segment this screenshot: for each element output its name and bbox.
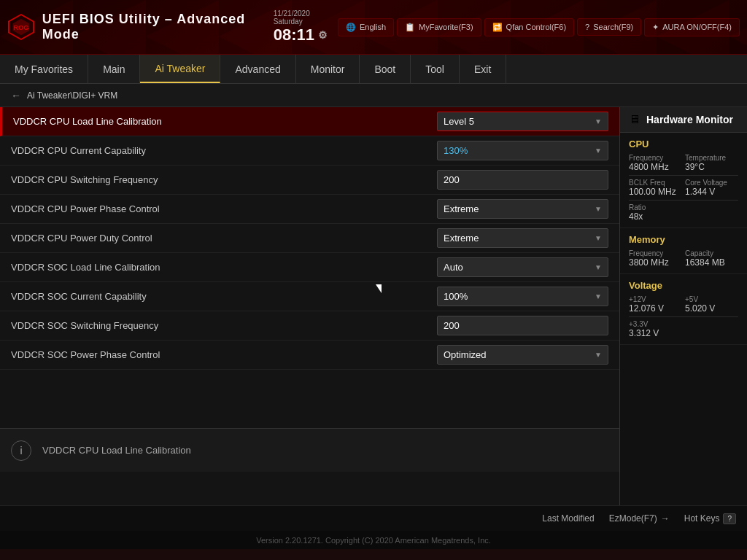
setting-control-vddcr-cpu-cc: 130% ▼ — [437, 141, 608, 160]
footer: Last Modified EzMode(F7) → Hot Keys ? — [0, 505, 747, 531]
memory-capacity-group: Capacity 16384 MB — [685, 249, 738, 268]
rog-logo-icon: ROG — [7, 12, 35, 42]
setting-name-vddcr-cpu-pdc: VDDCR CPU Power Duty Control — [11, 233, 437, 244]
app-title: UEFI BIOS Utility – Advanced Mode — [42, 12, 274, 42]
cpu-bclk-group: BCLK Freq 100.00 MHz — [629, 179, 682, 197]
header-tools: 11/21/2020 Saturday 08:11 ⚙ 🌐 English 📋 … — [274, 9, 740, 44]
v12-value: 12.076 V — [629, 303, 682, 314]
setting-control-vddcr-cpu-pdc: Extreme ▼ — [437, 228, 608, 248]
vddcr-soc-cc-dropdown[interactable]: 100% ▼ — [437, 287, 608, 306]
memory-capacity-label: Capacity — [685, 249, 738, 257]
last-modified-button[interactable]: Last Modified — [542, 513, 594, 524]
setting-control-vddcr-cpu-sf: 200 — [437, 170, 608, 190]
divider — [629, 200, 738, 201]
search-button[interactable]: ? Search(F9) — [577, 18, 641, 36]
info-text: VDDCR CPU Load Line Calibration — [42, 445, 191, 456]
cpu-section: CPU Frequency 4800 MHz Temperature 39°C … — [620, 133, 747, 228]
setting-row-vddcr-soc-sf: VDDCR SOC Switching Frequency 200 — [0, 311, 619, 341]
vddcr-soc-ppc-dropdown[interactable]: Optimized ▼ — [437, 345, 608, 365]
version-text: Version 2.20.1271. Copyright (C) 2020 Am… — [256, 536, 491, 545]
settings-gear-icon[interactable]: ⚙ — [318, 29, 328, 41]
cpu-section-title: CPU — [629, 139, 738, 149]
nav-advanced[interactable]: Advanced — [220, 55, 295, 83]
setting-row-vddcr-cpu-llc: VDDCR CPU Load Line Calibration Level 5 … — [0, 107, 619, 136]
monitor-icon: 🖥 — [629, 113, 640, 126]
cpu-frequency-value: 4800 MHz — [629, 162, 682, 172]
vddcr-cpu-pdc-dropdown[interactable]: Extreme ▼ — [437, 228, 608, 248]
v5-group: +5V 5.020 V — [685, 295, 738, 314]
nav-ai-tweaker[interactable]: Ai Tweaker — [140, 55, 220, 83]
main-layout: VDDCR CPU Load Line Calibration Level 5 … — [0, 107, 747, 505]
voltage-monitor-grid: +12V 12.076 V +5V 5.020 V — [629, 295, 738, 314]
cpu-monitor-grid: Frequency 4800 MHz Temperature 39°C — [629, 154, 738, 172]
memory-section-title: Memory — [629, 234, 738, 245]
cpu-temperature-label: Temperature — [685, 154, 738, 162]
setting-name-vddcr-cpu-sf: VDDCR CPU Switching Frequency — [11, 174, 437, 185]
vddcr-cpu-cc-dropdown[interactable]: 130% ▼ — [437, 141, 608, 160]
globe-icon: 🌐 — [346, 23, 356, 32]
setting-row-vddcr-cpu-pdc: VDDCR CPU Power Duty Control Extreme ▼ — [0, 224, 619, 253]
setting-control-vddcr-cpu-llc: Level 5 ▼ — [437, 112, 608, 131]
ez-mode-button[interactable]: EzMode(F7) → — [609, 513, 670, 524]
vddcr-soc-sf-input[interactable]: 200 — [437, 316, 608, 335]
cpu-bclk-grid: BCLK Freq 100.00 MHz Core Voltage 1.344 … — [629, 179, 738, 197]
nav-tool[interactable]: Tool — [411, 55, 460, 83]
nav-monitor[interactable]: Monitor — [296, 55, 360, 83]
setting-control-vddcr-soc-cc: 100% ▼ — [437, 287, 608, 306]
breadcrumb-path: Ai Tweaker\DIGI+ VRM — [27, 90, 117, 101]
voltage-section-title: Voltage — [629, 280, 738, 291]
dropdown-arrow-icon: ▼ — [595, 351, 602, 359]
memory-capacity-value: 16384 MB — [685, 257, 738, 268]
setting-name-vddcr-cpu-llc: VDDCR CPU Load Line Calibration — [13, 116, 437, 127]
hardware-monitor-title: Hardware Monitor — [646, 114, 733, 125]
ez-mode-arrow-icon: → — [661, 513, 670, 524]
nav-my-favorites[interactable]: My Favorites — [0, 55, 88, 83]
time-display: 08:11 ⚙ — [274, 26, 328, 44]
divider — [629, 316, 738, 317]
content-area: VDDCR CPU Load Line Calibration Level 5 … — [0, 107, 619, 505]
date-display: 11/21/2020 Saturday — [274, 9, 328, 26]
memory-section: Memory Frequency 3800 MHz Capacity 16384… — [620, 228, 747, 274]
search-icon: ? — [585, 23, 589, 31]
cpu-ratio-group: Ratio 48x — [629, 203, 738, 222]
vddcr-cpu-llc-dropdown[interactable]: Level 5 ▼ — [437, 112, 608, 131]
cpu-ratio-value: 48x — [629, 211, 738, 222]
setting-row-vddcr-soc-cc: VDDCR SOC Current Capability 100% ▼ — [0, 282, 619, 311]
vddcr-cpu-ppc-dropdown[interactable]: Extreme ▼ — [437, 199, 608, 219]
divider — [629, 175, 738, 176]
logo-area: ROG UEFI BIOS Utility – Advanced Mode — [7, 12, 274, 42]
header-datetime: 11/21/2020 Saturday 08:11 ⚙ — [274, 9, 328, 44]
english-button[interactable]: 🌐 English — [338, 18, 394, 36]
setting-row-vddcr-soc-llc: VDDCR SOC Load Line Calibration Auto ▼ — [0, 253, 619, 282]
hot-keys-button[interactable]: Hot Keys ? — [684, 513, 736, 524]
setting-row-vddcr-cpu-sf: VDDCR CPU Switching Frequency 200 — [0, 166, 619, 195]
setting-name-vddcr-soc-ppc: VDDCR SOC Power Phase Control — [11, 349, 437, 360]
hardware-monitor-header: 🖥 Hardware Monitor — [620, 107, 747, 133]
myfavorite-button[interactable]: 📋 MyFavorite(F3) — [397, 18, 481, 36]
nav-boot[interactable]: Boot — [360, 55, 411, 83]
nav-exit[interactable]: Exit — [460, 55, 506, 83]
cpu-frequency-label: Frequency — [629, 154, 682, 162]
setting-row-vddcr-cpu-cc: VDDCR CPU Current Capability 130% ▼ — [0, 136, 619, 166]
v5-value: 5.020 V — [685, 303, 738, 314]
setting-control-vddcr-soc-llc: Auto ▼ — [437, 257, 608, 277]
hardware-monitor-sidebar: 🖥 Hardware Monitor CPU Frequency 4800 MH… — [619, 107, 747, 505]
setting-name-vddcr-soc-cc: VDDCR SOC Current Capability — [11, 291, 437, 302]
voltage-section: Voltage +12V 12.076 V +5V 5.020 V +3.3V … — [620, 274, 747, 345]
aura-button[interactable]: ✦ AURA ON/OFF(F4) — [644, 18, 740, 36]
vddcr-cpu-sf-input[interactable]: 200 — [437, 170, 608, 190]
cpu-bclk-value: 100.00 MHz — [629, 187, 682, 197]
svg-text:ROG: ROG — [13, 23, 29, 31]
breadcrumb: ← Ai Tweaker\DIGI+ VRM — [0, 84, 747, 107]
v12-label: +12V — [629, 295, 682, 303]
setting-name-vddcr-soc-sf: VDDCR SOC Switching Frequency — [11, 320, 437, 331]
qfan-button[interactable]: 🔁 Qfan Control(F6) — [484, 18, 575, 36]
info-icon: i — [11, 440, 31, 461]
dropdown-arrow-icon: ▼ — [595, 147, 602, 155]
vddcr-soc-llc-dropdown[interactable]: Auto ▼ — [437, 257, 608, 277]
setting-name-vddcr-cpu-cc: VDDCR CPU Current Capability — [11, 145, 437, 156]
nav-main[interactable]: Main — [88, 55, 140, 83]
v12-group: +12V 12.076 V — [629, 295, 682, 314]
back-button[interactable]: ← — [11, 90, 21, 101]
setting-control-vddcr-soc-ppc: Optimized ▼ — [437, 345, 608, 365]
